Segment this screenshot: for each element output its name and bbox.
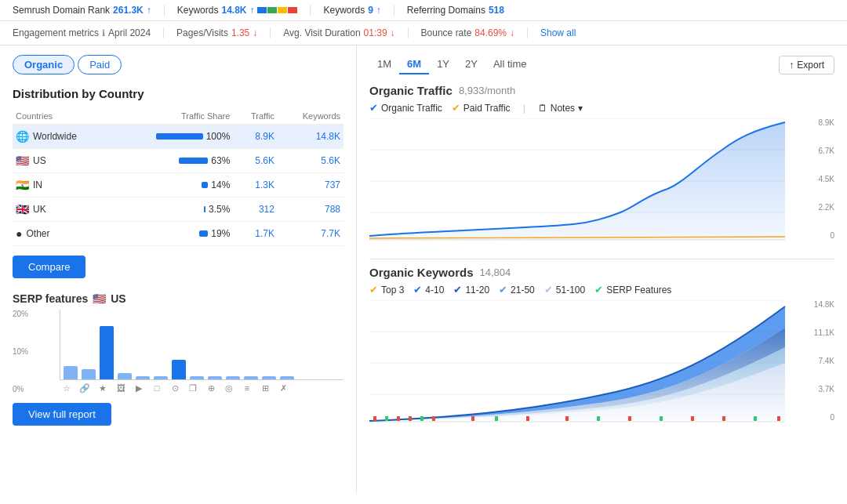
time-tab-all-time[interactable]: All time [485,55,535,74]
table-header-row: Countries Traffic Share Traffic Keywords [13,108,344,125]
show-all-link[interactable]: Show all [540,27,576,38]
domain-rank-item: Semrush Domain Rank 261.3K ↑ [13,5,165,16]
serp-section: SERP features 🇺🇸 US 20% 10% 0% ☆🔗★🖼▶□⊙❒⊕… [13,292,344,393]
time-tab-6m[interactable]: 6M [399,55,429,74]
legend-top3-label: Top 3 [381,285,404,296]
y-label-kw-2: 7.4K [814,357,834,365]
referring-domains-item: Referring Domains 518 [407,5,517,16]
organic-traffic-legend: ✔ Organic Traffic ✔ Paid Traffic | 🗒 Not… [369,102,834,114]
traffic-share-cell: 63% [113,149,233,173]
y-label-kw-0: 14.8K [814,300,834,309]
legend-11-20: ✔ 11-20 [453,284,489,296]
legend-organic-label: Organic Traffic [381,103,442,114]
referring-domains-value[interactable]: 518 [489,5,504,16]
svg-rect-18 [397,416,400,421]
organic-keywords-title: Organic Keywords [369,266,474,279]
domain-rank-arrow: ↑ [147,5,151,16]
country-name-cell: 🇺🇸US [13,149,113,173]
duration-label: Avg. Visit Duration [283,27,360,38]
organic-keywords-sub: 14,804 [480,267,511,278]
tab-row: Organic Paid [13,55,344,74]
serp-icon: ▶ [132,383,146,393]
serp-bar [118,373,132,380]
col-countries: Countries [13,108,113,125]
serp-bar [82,369,96,379]
duration-arrow: ↓ [391,27,395,38]
country-name-cell: ●Other [13,222,113,246]
svg-rect-22 [471,416,474,421]
serp-icon: ◎ [222,383,236,393]
legend-paid: ✔ Paid Traffic [452,102,511,114]
time-tab-1m[interactable]: 1M [369,55,399,74]
col-traffic: Traffic [233,108,278,125]
traffic-cell: 8.9K [233,125,278,149]
legend-51-100-label: 51-100 [556,285,585,296]
compare-button[interactable]: Compare [13,256,85,278]
notes-label: Notes [551,103,575,114]
show-all-item[interactable]: Show all [540,27,588,38]
organic-traffic-title: Organic Traffic [369,84,453,97]
organic-traffic-header: Organic Traffic 8,933/month [369,84,834,97]
domain-rank-value[interactable]: 261.3K [113,5,144,16]
svg-rect-27 [628,416,631,421]
table-row[interactable]: 🇮🇳IN 14% 1.3K737 [13,173,344,198]
serp-icon: □ [150,383,164,393]
view-full-report-button[interactable]: View full report [13,403,111,426]
table-row[interactable]: 🌐Worldwide 100% 8.9K14.8K [13,125,344,149]
serp-bar [262,376,276,379]
y-label-kw-1: 11.1K [814,328,834,337]
distribution-title: Distribution by Country [13,87,344,100]
serp-icon: 🔗 [78,383,92,393]
keywords-value[interactable]: 14.8K [221,5,246,16]
bounce-item: Bounce rate 84.69% ↓ [421,27,528,38]
legend-21-50: ✔ 21-50 [499,284,535,296]
export-button[interactable]: ↑ Export [779,56,834,74]
y-label-organic-4: 0 [818,231,834,240]
domain-rank-label: Semrush Domain Rank [13,5,110,16]
divider [369,259,834,259]
serp-icon: ⊙ [168,383,182,393]
svg-rect-28 [660,416,663,421]
legend-serp-features: ✔ SERP Features [594,284,671,296]
traffic-cell: 312 [233,198,278,222]
serp-bar [280,376,294,379]
organic-keywords-section: Organic Keywords 14,804 ✔ Top 3 ✔ 4-10 ✔… [369,266,834,428]
legend-top3: ✔ Top 3 [369,284,404,296]
legend-notes[interactable]: 🗒 Notes ▾ [538,103,583,114]
svg-rect-21 [432,416,435,421]
legend-organic: ✔ Organic Traffic [369,102,442,114]
svg-rect-25 [565,416,569,421]
engagement-date: April 2024 [108,27,151,38]
traffic-cell: 1.3K [233,173,278,198]
legend-paid-label: Paid Traffic [463,103,511,114]
right-panel: 1M6M1Y2YAll time ↑ Export Organic Traffi… [357,45,847,493]
time-tab-2y[interactable]: 2Y [457,55,485,74]
keywords2-value[interactable]: 9 [368,5,373,16]
table-row[interactable]: 🇬🇧UK 3.5% 312788 [13,198,344,222]
tab-organic[interactable]: Organic [13,55,75,74]
organic-traffic-chart: Dec 1 Jan 1 Feb 1 Mar 1 Apr 1 May 1 [369,118,809,244]
serp-icon: ⊞ [258,383,272,393]
svg-rect-24 [526,416,529,421]
serp-bar [244,376,258,379]
serp-icon: ❒ [186,383,200,393]
left-panel: Organic Paid Distribution by Country Cou… [0,45,357,493]
traffic-share-cell: 19% [113,222,233,246]
pages-label: Pages/Visits [176,27,228,38]
svg-rect-20 [420,416,424,421]
duration-value: 01:39 [364,27,387,38]
time-tab-1y[interactable]: 1Y [429,55,457,74]
table-row[interactable]: 🇺🇸US 63% 5.6K5.6K [13,149,344,173]
traffic-cell: 5.6K [233,149,278,173]
tab-paid[interactable]: Paid [78,55,122,74]
organic-keywords-chart-container: Dec 1 Jan 1 Feb 1 Mar 1 Apr 1 May 1 14.8… [369,300,834,428]
serp-title: SERP features 🇺🇸 US [13,292,344,305]
keywords-cell: 14.8K [278,125,344,149]
table-row[interactable]: ●Other 19% 1.7K7.7K [13,222,344,246]
pages-arrow: ↓ [253,27,257,38]
notes-icon: 🗒 [538,103,547,114]
serp-y-labels: 20% 10% 0% [13,310,28,393]
serp-bar [154,376,168,379]
time-row: 1M6M1Y2YAll time ↑ Export [369,55,834,74]
organic-traffic-sub: 8,933/month [459,85,515,96]
